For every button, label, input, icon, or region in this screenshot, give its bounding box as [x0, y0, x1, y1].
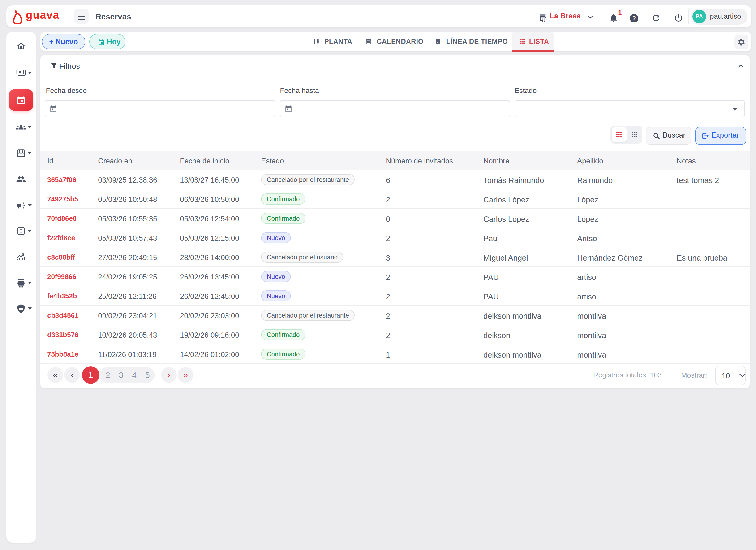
- svg-text:?: ?: [632, 15, 636, 21]
